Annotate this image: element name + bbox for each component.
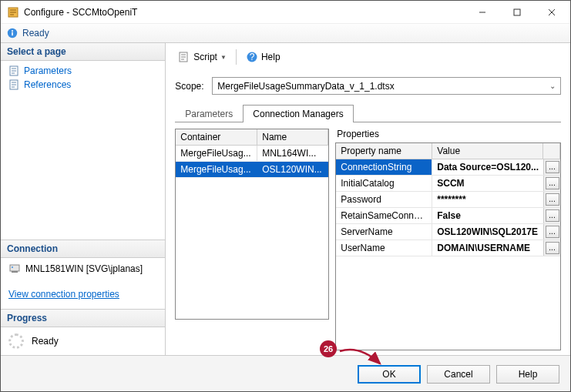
maximize-button[interactable] (499, 1, 534, 23)
scope-label: Scope: (175, 81, 206, 92)
ellipsis-button[interactable]: ... (546, 226, 559, 238)
select-page-header: Select a page (1, 43, 165, 61)
script-icon (178, 51, 190, 63)
ellipsis-button[interactable]: ... (546, 177, 559, 189)
property-row-username[interactable]: UserName DOMAIN\USERNAME ... (336, 240, 560, 256)
properties-title: Properties (335, 129, 561, 142)
property-row-servername[interactable]: ServerName OSL120WIN\SQL2017E ... (336, 224, 560, 240)
help-icon: ? (246, 51, 258, 63)
connection-managers-grid[interactable]: Container Name MergeFileUsag... MNL164WI… (175, 129, 329, 320)
progress-spinner-icon (8, 333, 24, 349)
close-button[interactable] (534, 1, 569, 23)
sidebar-item-parameters[interactable]: Parameters (1, 64, 165, 78)
svg-rect-10 (10, 265, 19, 271)
ellipsis-button[interactable]: ... (546, 242, 559, 254)
sidebar-item-label[interactable]: References (24, 79, 71, 90)
ellipsis-button[interactable]: ... (546, 209, 559, 222)
tab-parameters[interactable]: Parameters (175, 105, 243, 122)
grid-row[interactable]: MergeFileUsag... MNL164WI... (176, 146, 328, 162)
toolbar-separator (236, 49, 237, 65)
toolbar: Script ▼ ? Help (175, 48, 561, 71)
status-text: Ready (22, 28, 49, 39)
app-icon (7, 6, 19, 18)
properties-grid[interactable]: Property name Value ConnectionString Dat… (335, 142, 561, 350)
cancel-button[interactable]: Cancel (427, 365, 490, 384)
svg-rect-11 (12, 271, 18, 273)
help-label: Help (261, 52, 280, 62)
sidebar-item-label[interactable]: Parameters (24, 65, 72, 76)
view-connection-properties-link[interactable]: View connection properties (8, 289, 119, 300)
col-property-name[interactable]: Property name (336, 143, 432, 159)
progress-text: Ready (32, 336, 59, 347)
svg-rect-2 (514, 9, 520, 15)
tabs: Parameters Connection Managers (175, 104, 561, 122)
properties-panel: Properties Property name Value Connectio… (335, 129, 561, 350)
grid-row[interactable]: MergeFileUsag... OSL120WIN... (176, 162, 328, 178)
window-title: Configure - SCCMtoOpeniT (24, 7, 465, 18)
help-button[interactable]: ? Help (243, 49, 284, 65)
chevron-down-icon: ⌄ (549, 82, 556, 90)
svg-point-12 (12, 266, 13, 268)
property-row-retainsameconnection[interactable]: RetainSameConnec... False ... (336, 208, 560, 224)
col-name[interactable]: Name (257, 129, 328, 145)
grid-header: Property name Value (336, 143, 560, 159)
scope-select[interactable]: MergeFileUsageSummaryData_v_1_1.dtsx ⌄ (212, 77, 561, 95)
left-panel: Select a page Parameters References Conn… (1, 43, 166, 355)
ellipsis-button[interactable]: ... (546, 193, 559, 206)
svg-rect-7 (12, 32, 13, 36)
property-row-password[interactable]: Password ******** ... (336, 192, 560, 208)
server-icon (8, 263, 21, 275)
page-icon (8, 65, 19, 76)
scope-value: MergeFileUsageSummaryData_v_1_1.dtsx (217, 81, 394, 92)
page-icon (8, 79, 19, 90)
script-label: Script (193, 52, 217, 62)
col-value[interactable]: Value (432, 143, 543, 159)
progress-header: Progress (1, 310, 165, 327)
minimize-button[interactable] (465, 1, 499, 23)
col-container[interactable]: Container (176, 129, 257, 145)
dialog-footer: OK Cancel Help (1, 355, 570, 392)
help-button[interactable]: Help (496, 365, 559, 384)
tab-connection-managers[interactable]: Connection Managers (243, 105, 353, 122)
property-row-connectionstring[interactable]: ConnectionString Data Source=OSL120... .… (336, 159, 560, 176)
connection-value: MNL1581WIN [SVG\jplanas] (25, 263, 143, 274)
annotation-arrow-icon (337, 343, 391, 374)
chevron-down-icon: ▼ (220, 54, 227, 61)
right-panel: Script ▼ ? Help Scope: MergeFileUsageSum… (166, 43, 570, 355)
status-bar: Ready (1, 24, 570, 43)
connection-header: Connection (1, 240, 165, 258)
sidebar-item-references[interactable]: References (1, 78, 165, 92)
script-button[interactable]: Script ▼ (175, 49, 230, 65)
svg-text:?: ? (250, 52, 255, 62)
property-row-initialcatalog[interactable]: InitialCatalog SCCM ... (336, 176, 560, 192)
svg-point-6 (12, 30, 13, 32)
ellipsis-button[interactable]: ... (546, 161, 559, 173)
info-icon (7, 28, 18, 39)
annotation-badge: 26 (320, 340, 337, 357)
title-bar: Configure - SCCMtoOpeniT (1, 1, 570, 24)
grid-header: Container Name (176, 129, 328, 146)
